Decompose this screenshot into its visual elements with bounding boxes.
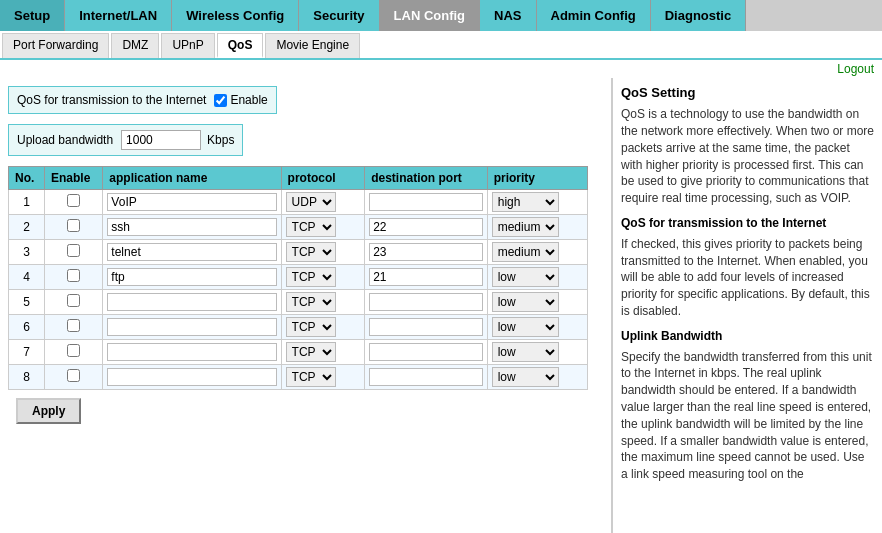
priority-select-2[interactable]: highmediumlow	[492, 217, 559, 237]
destport-input-3[interactable]	[369, 243, 483, 261]
cell-destport	[365, 365, 488, 390]
enable-checkbox-7[interactable]	[67, 344, 80, 357]
nav-setup[interactable]: Setup	[0, 0, 65, 31]
cell-protocol: TCPUDP	[281, 290, 365, 315]
help-uplink-desc: Specify the bandwidth transferred from t…	[621, 349, 874, 483]
destport-input-5[interactable]	[369, 293, 483, 311]
subnav-movie-engine[interactable]: Movie Engine	[265, 33, 360, 58]
priority-select-4[interactable]: highmediumlow	[492, 267, 559, 287]
appname-input-6[interactable]	[107, 318, 276, 336]
col-header-priority: priority	[487, 167, 587, 190]
appname-input-2[interactable]	[107, 218, 276, 236]
table-row: 2TCPUDPhighmediumlow	[9, 215, 588, 240]
cell-protocol: TCPUDP	[281, 215, 365, 240]
apply-button[interactable]: Apply	[16, 398, 81, 424]
destport-input-6[interactable]	[369, 318, 483, 336]
appname-input-7[interactable]	[107, 343, 276, 361]
cell-enable	[45, 365, 103, 390]
enable-checkbox-4[interactable]	[67, 269, 80, 282]
cell-appname	[103, 290, 281, 315]
protocol-select-3[interactable]: TCPUDP	[286, 242, 336, 262]
cell-appname	[103, 240, 281, 265]
priority-select-1[interactable]: highmediumlow	[492, 192, 559, 212]
cell-priority: highmediumlow	[487, 265, 587, 290]
cell-appname	[103, 315, 281, 340]
sub-navigation: Port Forwarding DMZ UPnP QoS Movie Engin…	[0, 31, 882, 60]
cell-appname	[103, 215, 281, 240]
qos-enable-row: QoS for transmission to the Internet Ena…	[8, 86, 277, 114]
destport-input-1[interactable]	[369, 193, 483, 211]
cell-priority: highmediumlow	[487, 240, 587, 265]
help-title: QoS Setting	[621, 84, 874, 102]
protocol-select-1[interactable]: TCPUDP	[286, 192, 336, 212]
protocol-select-4[interactable]: TCPUDP	[286, 267, 336, 287]
nav-diagnostic[interactable]: Diagnostic	[651, 0, 746, 31]
subnav-port-forwarding[interactable]: Port Forwarding	[2, 33, 109, 58]
cell-enable	[45, 215, 103, 240]
nav-wireless-config[interactable]: Wireless Config	[172, 0, 299, 31]
enable-checkbox-5[interactable]	[67, 294, 80, 307]
priority-select-7[interactable]: highmediumlow	[492, 342, 559, 362]
upload-bw-input[interactable]	[121, 130, 201, 150]
qos-enable-label: QoS for transmission to the Internet	[17, 93, 206, 107]
enable-checkbox-2[interactable]	[67, 219, 80, 232]
cell-priority: highmediumlow	[487, 315, 587, 340]
priority-select-6[interactable]: highmediumlow	[492, 317, 559, 337]
protocol-select-6[interactable]: TCPUDP	[286, 317, 336, 337]
subnav-upnp[interactable]: UPnP	[161, 33, 214, 58]
col-header-destport: destination port	[365, 167, 488, 190]
col-header-no: No.	[9, 167, 45, 190]
destport-input-7[interactable]	[369, 343, 483, 361]
top-navigation: Setup Internet/LAN Wireless Config Secur…	[0, 0, 882, 31]
priority-select-5[interactable]: highmediumlow	[492, 292, 559, 312]
appname-input-8[interactable]	[107, 368, 276, 386]
cell-no: 5	[9, 290, 45, 315]
enable-checkbox-6[interactable]	[67, 319, 80, 332]
protocol-select-2[interactable]: TCPUDP	[286, 217, 336, 237]
upload-bw-label: Upload bandwidth	[17, 133, 113, 147]
cell-protocol: TCPUDP	[281, 190, 365, 215]
nav-security[interactable]: Security	[299, 0, 379, 31]
logout-link[interactable]: Logout	[837, 62, 874, 76]
nav-lan-config[interactable]: LAN Config	[380, 0, 480, 31]
cell-no: 3	[9, 240, 45, 265]
cell-protocol: TCPUDP	[281, 240, 365, 265]
cell-no: 4	[9, 265, 45, 290]
table-row: 4TCPUDPhighmediumlow	[9, 265, 588, 290]
destport-input-8[interactable]	[369, 368, 483, 386]
nav-admin-config[interactable]: Admin Config	[537, 0, 651, 31]
priority-select-8[interactable]: highmediumlow	[492, 367, 559, 387]
subnav-qos[interactable]: QoS	[217, 33, 264, 58]
nav-nas[interactable]: NAS	[480, 0, 536, 31]
nav-internet-lan[interactable]: Internet/LAN	[65, 0, 172, 31]
cell-destport	[365, 240, 488, 265]
upload-bw-unit: Kbps	[207, 133, 234, 147]
priority-select-3[interactable]: highmediumlow	[492, 242, 559, 262]
cell-destport	[365, 265, 488, 290]
enable-checkbox-8[interactable]	[67, 369, 80, 382]
qos-enable-checkbox-label: Enable	[230, 93, 267, 107]
appname-input-4[interactable]	[107, 268, 276, 286]
subnav-dmz[interactable]: DMZ	[111, 33, 159, 58]
enable-checkbox-1[interactable]	[67, 194, 80, 207]
appname-input-1[interactable]	[107, 193, 276, 211]
cell-destport	[365, 215, 488, 240]
protocol-select-5[interactable]: TCPUDP	[286, 292, 336, 312]
table-row: 7TCPUDPhighmediumlow	[9, 340, 588, 365]
cell-no: 6	[9, 315, 45, 340]
qos-enable-checkbox[interactable]	[214, 94, 227, 107]
enable-checkbox-3[interactable]	[67, 244, 80, 257]
left-panel: QoS for transmission to the Internet Ena…	[0, 78, 612, 533]
cell-no: 2	[9, 215, 45, 240]
col-header-enable: Enable	[45, 167, 103, 190]
cell-protocol: TCPUDP	[281, 340, 365, 365]
protocol-select-7[interactable]: TCPUDP	[286, 342, 336, 362]
apply-row: Apply	[8, 390, 603, 432]
destport-input-2[interactable]	[369, 218, 483, 236]
appname-input-3[interactable]	[107, 243, 276, 261]
protocol-select-8[interactable]: TCPUDP	[286, 367, 336, 387]
cell-priority: highmediumlow	[487, 190, 587, 215]
appname-input-5[interactable]	[107, 293, 276, 311]
destport-input-4[interactable]	[369, 268, 483, 286]
cell-enable	[45, 340, 103, 365]
